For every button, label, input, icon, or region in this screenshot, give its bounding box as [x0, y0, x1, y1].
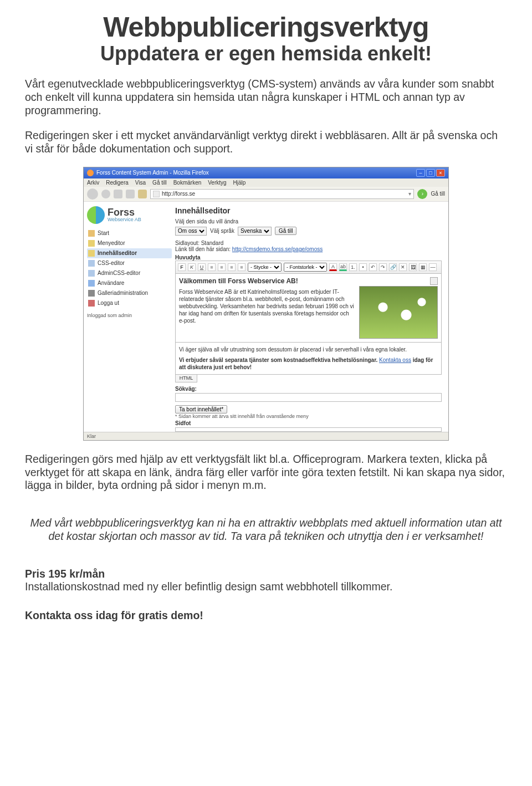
list-ol-icon[interactable]: 1. — [349, 263, 357, 271]
fontsize-select[interactable]: - Fontstorlek - — [284, 263, 327, 272]
rte-body1: Forss Webservice AB är ett Katrineholmsf… — [179, 288, 355, 324]
pagelink-url[interactable]: http://cmsdemo.forss.se/page/omoss — [232, 246, 323, 252]
home-icon[interactable] — [138, 190, 147, 198]
italic-icon[interactable]: K — [188, 263, 196, 271]
back-icon[interactable] — [87, 188, 98, 200]
css-icon — [88, 260, 95, 267]
underline-icon[interactable]: U — [198, 263, 206, 271]
tabort-footnote: * Sidan kommer att ärva sitt innehåll fr… — [175, 414, 442, 419]
link-icon[interactable]: 🔗 — [389, 263, 397, 271]
hr-icon[interactable]: ― — [429, 263, 437, 271]
flower-image — [359, 286, 438, 339]
table-icon[interactable]: ▦ — [419, 263, 427, 271]
scroll-up-icon[interactable] — [430, 277, 438, 285]
chevron-down-icon[interactable]: ▾ — [408, 191, 411, 197]
page-select[interactable]: Om oss — [175, 227, 207, 236]
folder-icon — [88, 240, 95, 247]
cms-sidebar: Forss Webservice AB Start Menyeditor Inn… — [84, 202, 175, 432]
align-left-icon[interactable]: ≡ — [208, 263, 216, 271]
contact-cta: Kontakta oss idag för gratis demo! — [25, 609, 507, 622]
pagelink-row: Länk till den här sidan: http://cmsdemo.… — [175, 246, 442, 252]
rte-toolbar: F K U ≡ ≡ ≡ ≡ - Stycke - - Fontstorlek -… — [175, 261, 442, 274]
html-tab[interactable]: HTML — [175, 375, 197, 382]
close-icon[interactable]: × — [436, 169, 445, 177]
bold-icon[interactable]: F — [178, 263, 186, 271]
align-justify-icon[interactable]: ≡ — [238, 263, 245, 271]
forss-logo: Forss Webservice AB — [87, 206, 172, 224]
forward-icon[interactable] — [101, 190, 110, 198]
sidfot-label: Sidfot — [175, 420, 442, 426]
sidebar-item-css[interactable]: CSS-editor — [87, 258, 172, 268]
lang-label: Välj språk — [210, 228, 234, 234]
go-button[interactable]: Gå till — [275, 227, 297, 235]
window-title: Forss Content System Admin - Mozilla Fir… — [96, 170, 209, 176]
menu-arkiv[interactable]: Arkiv — [87, 180, 99, 186]
css-icon — [88, 270, 95, 277]
url-text: http://forss.se — [162, 191, 195, 197]
sidebar-item-menyeditor[interactable]: Menyeditor — [87, 238, 172, 248]
sidebar-item-label: Användare — [98, 280, 124, 286]
menu-redigera[interactable]: Redigera — [106, 180, 129, 186]
sidebar-item-loggaut[interactable]: Logga ut — [87, 298, 172, 308]
choose-page-label: Välj den sida du vill ändra — [175, 218, 442, 224]
sidebar-item-label: Start — [98, 230, 109, 236]
promo-paragraph: Med vårt webbpubliceringsverktyg kan ni … — [25, 517, 507, 543]
sidebar-item-label: Innehållseditor — [98, 250, 137, 256]
rte-heading: Välkommen till Forss Webservice AB! — [179, 277, 355, 286]
home-icon — [88, 230, 95, 237]
menu-gatill[interactable]: Gå till — [152, 180, 167, 186]
unlink-icon[interactable]: ✕ — [399, 263, 407, 271]
sidebar-item-label: CSS-editor — [98, 260, 125, 266]
pagelink-label: Länk till den här sidan: — [175, 246, 232, 252]
sidebar-item-label: Logga ut — [98, 300, 119, 306]
rte-editor-area[interactable]: Välkommen till Forss Webservice AB! Fors… — [175, 274, 442, 343]
undo-icon[interactable]: ↶ — [369, 263, 377, 271]
list-ul-icon[interactable]: • — [359, 263, 367, 271]
align-right-icon[interactable]: ≡ — [228, 263, 236, 271]
sidebar-item-anvandare[interactable]: Användare — [87, 278, 172, 288]
redo-icon[interactable]: ↷ — [379, 263, 387, 271]
sidebar-item-label: Galleriadministration — [98, 290, 148, 296]
menu-hjalp[interactable]: Hjälp — [233, 180, 246, 186]
cms-main: Innehållseditor Välj den sida du vill än… — [175, 202, 448, 432]
intro-paragraph-1: Vårt egenutvecklade webbpubliceringsverk… — [25, 78, 507, 117]
textcolor-icon[interactable]: A — [329, 263, 337, 271]
browser-toolbar: http://forss.se ▾ › Gå till — [84, 187, 448, 202]
sidebar-item-admincss[interactable]: AdminCSS-editor — [87, 268, 172, 278]
stop-icon[interactable] — [126, 190, 135, 198]
sidebar-item-label: AdminCSS-editor — [98, 270, 140, 276]
window-titlebar: Forss Content System Admin - Mozilla Fir… — [84, 167, 448, 178]
browser-statusbar: Klar — [84, 432, 448, 440]
go-icon[interactable]: › — [417, 189, 427, 199]
sidebar-item-start[interactable]: Start — [87, 228, 172, 238]
firefox-icon — [87, 170, 94, 176]
minimize-icon[interactable]: – — [416, 169, 425, 177]
align-center-icon[interactable]: ≡ — [218, 263, 226, 271]
rte-image — [359, 277, 438, 339]
page-title: Webbpubliceringsverktyg — [25, 11, 507, 43]
sidebar-item-label: Menyeditor — [98, 240, 125, 246]
globe-icon — [87, 206, 105, 224]
sidfot-area[interactable] — [175, 427, 442, 432]
menu-visa[interactable]: Visa — [135, 180, 146, 186]
menu-bokmarken[interactable]: Bokmärken — [173, 180, 202, 186]
page-icon — [153, 191, 160, 197]
cms-screenshot: Forss Content System Admin - Mozilla Fir… — [83, 167, 449, 441]
sokvag-input[interactable] — [175, 393, 442, 402]
url-input[interactable]: http://forss.se ▾ — [150, 189, 414, 199]
sidebar-item-galleri[interactable]: Galleriadministration — [87, 288, 172, 298]
bgcolor-icon[interactable]: ab — [339, 263, 347, 271]
sidebar-item-innehallseditor[interactable]: Innehållseditor — [87, 248, 172, 258]
style-select[interactable]: - Stycke - — [248, 263, 282, 272]
logout-icon — [88, 300, 95, 307]
maximize-icon[interactable]: □ — [426, 169, 435, 177]
image-icon[interactable]: 🖼 — [409, 263, 417, 271]
reload-icon[interactable] — [114, 190, 122, 198]
browser-menubar: Arkiv Redigera Visa Gå till Bokmärken Ve… — [84, 178, 448, 187]
tabort-button[interactable]: Ta bort innehållet* — [175, 405, 227, 414]
lang-select[interactable]: Svenska — [238, 227, 272, 236]
rte-body2: Vi äger själva all vår utrustning som de… — [179, 346, 438, 353]
rte-more[interactable]: Vi äger själva all vår utrustning som de… — [175, 343, 442, 375]
rte-contact-link[interactable]: Kontakta oss — [379, 357, 411, 363]
menu-verktyg[interactable]: Verktyg — [208, 180, 226, 186]
